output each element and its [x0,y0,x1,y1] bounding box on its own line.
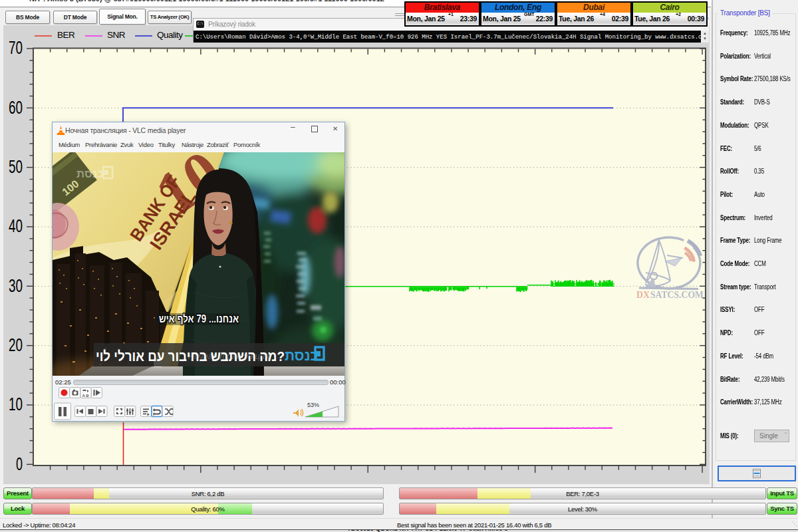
svg-text:כנסת: כנסת [76,168,104,180]
svg-text:SATCS.COM: SATCS.COM [650,289,704,300]
svg-text:40: 40 [9,215,23,236]
svg-text:60: 60 [9,97,23,118]
svg-text:0: 0 [16,454,23,474]
svg-text:20: 20 [9,334,23,355]
svg-text:A B: A B [82,394,90,398]
svg-text:כנסת: כנסת [285,348,318,363]
svg-text:DX: DX [636,289,650,300]
svg-text:30: 30 [9,275,23,296]
svg-text:⋱: ⋱ [341,416,344,420]
svg-text:מה השתבש בחיבור עם אורלי לוי?: מה השתבש בחיבור עם אורלי לוי? [96,348,285,364]
svg-text:50: 50 [9,156,23,177]
svg-text:אנחנו... 79 אלף איש: אנחנו... 79 אלף איש [159,313,239,325]
svg-text:10: 10 [9,394,23,414]
svg-text:53%: 53% [307,402,319,408]
svg-text:70: 70 [9,37,23,58]
